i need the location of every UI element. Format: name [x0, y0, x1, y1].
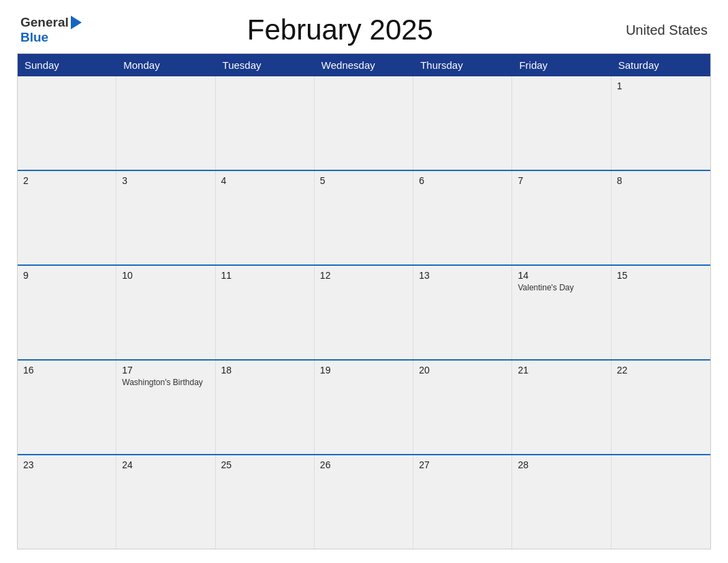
day-number: 26: [320, 459, 407, 470]
day-19: 19: [315, 361, 413, 454]
day-10: 10: [116, 266, 215, 359]
day-5: 5: [315, 171, 413, 264]
calendar-body: 1 2 3 4 5 6: [18, 76, 710, 549]
day-number: 23: [23, 459, 110, 470]
day-cell-empty: [315, 76, 413, 170]
day-cell-empty: [116, 76, 215, 170]
week-row-3: 9 10 11 12 13 14 Valentine's Day: [18, 264, 710, 359]
logo-blue-text: Blue: [20, 30, 82, 45]
washingtons-birthday-event: Washington's Birthday: [122, 378, 203, 387]
day-15: 15: [612, 266, 710, 359]
day-number: 13: [419, 270, 506, 281]
valentines-day-event: Valentine's Day: [518, 283, 573, 292]
day-number: 22: [617, 365, 705, 376]
day-number: 19: [320, 365, 407, 376]
day-number: 9: [23, 270, 110, 281]
day-27: 27: [413, 455, 512, 549]
day-number: 18: [221, 365, 308, 376]
day-number: 1: [617, 80, 705, 91]
day-22: 22: [612, 361, 710, 454]
day-cell-empty: [612, 455, 710, 549]
header-friday: Friday: [512, 54, 611, 76]
day-25: 25: [216, 455, 315, 549]
week-row-2: 2 3 4 5 6 7 8: [18, 170, 710, 264]
calendar: Sunday Monday Tuesday Wednesday Thursday…: [17, 53, 711, 549]
header-wednesday: Wednesday: [315, 54, 413, 76]
day-number: 11: [221, 270, 308, 281]
day-8: 8: [612, 171, 710, 264]
day-number: 28: [518, 459, 605, 470]
day-number: 8: [617, 175, 705, 186]
day-26: 26: [315, 455, 413, 549]
week-row-5: 23 24 25 26 27 28: [18, 454, 710, 549]
day-4: 4: [216, 171, 315, 264]
day-18: 18: [216, 361, 315, 454]
day-23: 23: [18, 455, 116, 549]
calendar-title: February 2025: [82, 14, 599, 46]
day-number: 2: [23, 175, 110, 186]
day-20: 20: [413, 361, 512, 454]
logo-wordmark: General Blue: [20, 15, 82, 45]
day-number: 15: [617, 270, 705, 281]
page: General Blue February 2025 United States…: [0, 0, 728, 563]
logo-general-text: General: [20, 15, 69, 30]
day-headers: Sunday Monday Tuesday Wednesday Thursday…: [18, 54, 710, 76]
day-11: 11: [216, 266, 315, 359]
day-number: 4: [221, 175, 308, 186]
day-number: 12: [320, 270, 407, 281]
day-number: 3: [122, 175, 209, 186]
day-6: 6: [413, 171, 512, 264]
day-number: 21: [518, 365, 605, 376]
day-2: 2: [18, 171, 116, 264]
header-sunday: Sunday: [18, 54, 116, 76]
day-16: 16: [18, 361, 116, 454]
day-number: 25: [221, 459, 308, 470]
header: General Blue February 2025 United States: [17, 14, 711, 46]
week-row-4: 16 17 Washington's Birthday 18 19 20 21: [18, 359, 710, 454]
day-14: 14 Valentine's Day: [512, 266, 611, 359]
day-13: 13: [413, 266, 512, 359]
day-number: 7: [518, 175, 605, 186]
day-21: 21: [512, 361, 611, 454]
day-number: 17: [122, 365, 209, 376]
logo-triangle-icon: [71, 16, 82, 29]
day-17: 17 Washington's Birthday: [116, 361, 215, 454]
day-number: 5: [320, 175, 407, 186]
header-saturday: Saturday: [612, 54, 710, 76]
day-cell-empty: [18, 76, 116, 170]
day-28: 28: [512, 455, 611, 549]
day-cell-empty: [512, 76, 611, 170]
day-number: 14: [518, 270, 605, 281]
day-cell-empty: [216, 76, 315, 170]
day-24: 24: [116, 455, 215, 549]
day-number: 6: [419, 175, 506, 186]
header-monday: Monday: [116, 54, 215, 76]
day-12: 12: [315, 266, 413, 359]
header-thursday: Thursday: [413, 54, 512, 76]
header-tuesday: Tuesday: [216, 54, 315, 76]
day-number: 27: [419, 459, 506, 470]
day-9: 9: [18, 266, 116, 359]
day-number: 10: [122, 270, 209, 281]
day-cell-empty: [413, 76, 512, 170]
week-row-1: 1: [18, 76, 710, 170]
country-label: United States: [599, 22, 708, 38]
day-7: 7: [512, 171, 611, 264]
day-number: 20: [419, 365, 506, 376]
day-3: 3: [116, 171, 215, 264]
day-number: 24: [122, 459, 209, 470]
day-number: 16: [23, 365, 110, 376]
logo: General Blue: [20, 15, 82, 45]
day-1: 1: [612, 76, 710, 170]
